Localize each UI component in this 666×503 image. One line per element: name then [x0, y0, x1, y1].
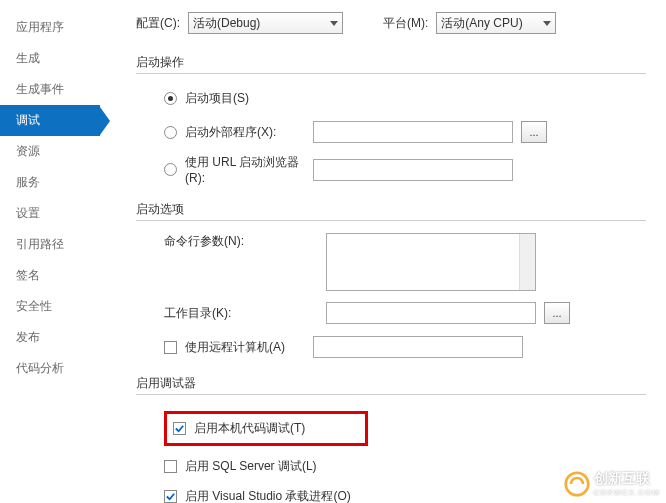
sidebar-item-reference-paths[interactable]: 引用路径	[0, 229, 100, 260]
sidebar-item-signing[interactable]: 签名	[0, 260, 100, 291]
vshost-label: 启用 Visual Studio 承载进程(O)	[185, 488, 351, 504]
native-debug-label: 启用本机代码调试(T)	[194, 420, 305, 437]
group-title-debuggers: 启用调试器	[136, 375, 646, 395]
group-title-start-options: 启动选项	[136, 201, 646, 221]
main-panel: 配置(C): 活动(Debug) 平台(M): 活动(Any CPU) 启动操作…	[100, 0, 666, 503]
svg-point-0	[565, 472, 588, 495]
start-project-label: 启动项目(S)	[185, 90, 249, 107]
args-label: 命令行参数(N):	[136, 233, 326, 250]
sidebar-item-security[interactable]: 安全性	[0, 291, 100, 322]
workdir-input[interactable]	[326, 302, 536, 324]
sidebar-item-publish[interactable]: 发布	[0, 322, 100, 353]
sql-debug-label: 启用 SQL Server 调试(L)	[185, 458, 317, 475]
sidebar-item-debug[interactable]: 调试	[0, 105, 100, 136]
sidebar-item-resources[interactable]: 资源	[0, 136, 100, 167]
remote-input[interactable]	[313, 336, 523, 358]
start-action-group: 启动操作 启动项目(S) 启动外部程序(X): ... 使用 URL 启动浏览器…	[136, 54, 646, 185]
platform-combo-value: 活动(Any CPU)	[441, 15, 522, 32]
remote-label: 使用远程计算机(A)	[185, 339, 313, 356]
checkbox-vshost[interactable]	[164, 490, 177, 503]
sidebar-item-build[interactable]: 生成	[0, 43, 100, 74]
platform-combo[interactable]: 活动(Any CPU)	[436, 12, 556, 34]
start-url-label: 使用 URL 启动浏览器(R):	[185, 154, 313, 185]
watermark-logo-icon	[564, 471, 590, 497]
checkbox-sql-debug[interactable]	[164, 460, 177, 473]
sidebar: 应用程序 生成 生成事件 调试 资源 服务 设置 引用路径 签名 安全性 发布 …	[0, 0, 100, 503]
checkbox-remote[interactable]	[164, 341, 177, 354]
watermark-sub: CDXWCX.COM	[594, 488, 660, 497]
watermark: 创新互联 CDXWCX.COM	[564, 470, 660, 497]
config-label: 配置(C):	[136, 15, 180, 32]
sidebar-item-code-analysis[interactable]: 代码分析	[0, 353, 100, 384]
scrollbar[interactable]	[519, 234, 535, 290]
radio-start-external[interactable]	[164, 126, 177, 139]
workdir-label: 工作目录(K):	[136, 305, 326, 322]
sidebar-item-application[interactable]: 应用程序	[0, 12, 100, 43]
chevron-down-icon	[330, 21, 338, 26]
sidebar-item-settings[interactable]: 设置	[0, 198, 100, 229]
config-combo[interactable]: 活动(Debug)	[188, 12, 343, 34]
sidebar-item-services[interactable]: 服务	[0, 167, 100, 198]
chevron-down-icon	[543, 21, 551, 26]
config-combo-value: 活动(Debug)	[193, 15, 260, 32]
sidebar-item-build-events[interactable]: 生成事件	[0, 74, 100, 105]
browse-button-external[interactable]: ...	[521, 121, 547, 143]
checkbox-native-debug[interactable]	[173, 422, 186, 435]
url-input[interactable]	[313, 159, 513, 181]
browse-button-workdir[interactable]: ...	[544, 302, 570, 324]
group-title-start-action: 启动操作	[136, 54, 646, 74]
start-options-group: 启动选项 命令行参数(N): 工作目录(K): ... 使用远程计算机(A)	[136, 201, 646, 359]
highlight-native-debug: 启用本机代码调试(T)	[164, 411, 368, 446]
start-external-label: 启动外部程序(X):	[185, 124, 313, 141]
radio-start-url[interactable]	[164, 163, 177, 176]
radio-start-project[interactable]	[164, 92, 177, 105]
platform-label: 平台(M):	[383, 15, 428, 32]
watermark-brand: 创新互联	[594, 470, 660, 488]
args-textarea[interactable]	[326, 233, 536, 291]
external-program-input[interactable]	[313, 121, 513, 143]
